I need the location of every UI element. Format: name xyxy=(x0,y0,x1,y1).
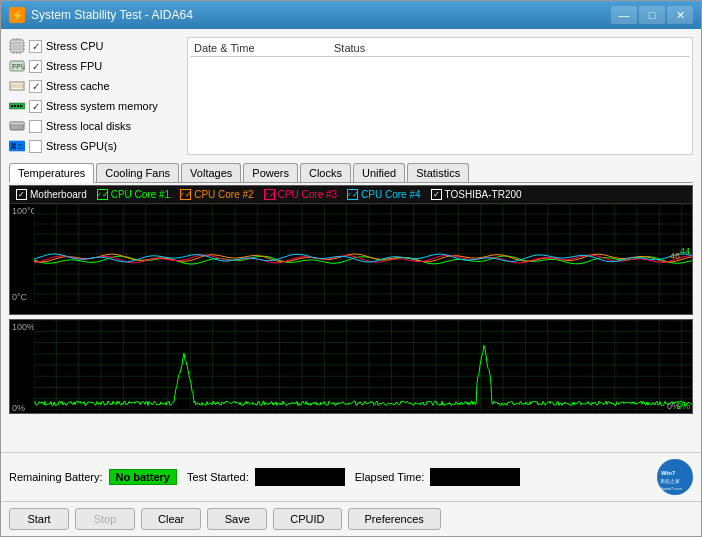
tab-bar: Temperatures Cooling Fans Voltages Power… xyxy=(9,163,693,183)
tab-cooling-fans[interactable]: Cooling Fans xyxy=(96,163,179,182)
tab-powers[interactable]: Powers xyxy=(243,163,298,182)
clear-button[interactable]: Clear xyxy=(141,508,201,530)
memory-icon xyxy=(9,98,25,114)
cpu-checkbox[interactable] xyxy=(29,40,42,53)
tab-clocks[interactable]: Clocks xyxy=(300,163,351,182)
svg-rect-16 xyxy=(10,82,24,90)
fpu-checkbox[interactable] xyxy=(29,60,42,73)
usage-chart: 100% 0% CPU Usage | CPU Throttling 9% 0% xyxy=(9,319,693,414)
svg-rect-28 xyxy=(18,144,23,146)
test-started-value xyxy=(255,468,345,486)
elapsed-time-label: Elapsed Time: xyxy=(355,471,425,483)
tabs-section: Temperatures Cooling Fans Voltages Power… xyxy=(9,163,693,183)
svg-rect-21 xyxy=(14,105,16,107)
stop-button[interactable]: Stop xyxy=(75,508,135,530)
battery-status: Remaining Battery: No battery xyxy=(9,469,177,485)
svg-rect-27 xyxy=(11,143,16,149)
minimize-button[interactable]: — xyxy=(611,6,637,24)
top-content: Stress CPU FPU Stress FPU Stress cache xyxy=(1,29,701,163)
fpu-icon: FPU xyxy=(9,58,25,74)
log-body xyxy=(190,57,690,147)
app-icon: ⚡ xyxy=(9,7,25,23)
cache-checkbox[interactable] xyxy=(29,80,42,93)
svg-text:Winwin7.com: Winwin7.com xyxy=(658,486,682,491)
legend-toshiba[interactable]: TOSHIBA-TR200 xyxy=(431,189,522,200)
cache-label: Stress cache xyxy=(46,80,110,92)
button-bar: Start Stop Clear Save CPUID Preferences xyxy=(1,501,701,536)
svg-rect-20 xyxy=(11,105,13,107)
save-button[interactable]: Save xyxy=(207,508,267,530)
disks-label: Stress local disks xyxy=(46,120,131,132)
svg-text:FPU: FPU xyxy=(12,63,25,70)
cpu-icon xyxy=(9,38,25,54)
svg-rect-25 xyxy=(10,122,24,125)
legend-core3[interactable]: ✓ CPU Core #3 xyxy=(264,189,337,200)
legend-core4[interactable]: ✓ CPU Core #4 xyxy=(347,189,420,200)
disk-icon xyxy=(9,118,25,134)
memory-checkbox[interactable] xyxy=(29,100,42,113)
gpu-label: Stress GPU(s) xyxy=(46,140,117,152)
watermark: Win7 系统之家 Winwin7.com xyxy=(657,459,693,495)
tab-statistics[interactable]: Statistics xyxy=(407,163,469,182)
close-button[interactable]: ✕ xyxy=(667,6,693,24)
checkbox-gpu[interactable]: Stress GPU(s) xyxy=(9,137,179,155)
window-controls: — □ ✕ xyxy=(611,6,693,24)
legend-core1[interactable]: ✓ CPU Core #1 xyxy=(97,189,170,200)
checkbox-fpu[interactable]: FPU Stress FPU xyxy=(9,57,179,75)
gpu-icon xyxy=(9,138,25,154)
legend-motherboard[interactable]: Motherboard xyxy=(16,189,87,200)
temp-legend: Motherboard ✓ CPU Core #1 ✓ CPU Core #2 … xyxy=(10,186,692,204)
start-button[interactable]: Start xyxy=(9,508,69,530)
battery-label: Remaining Battery: xyxy=(9,471,103,483)
temperature-chart: Motherboard ✓ CPU Core #1 ✓ CPU Core #2 … xyxy=(9,185,693,315)
test-started-status: Test Started: xyxy=(187,468,345,486)
main-window: ⚡ System Stability Test - AIDA64 — □ ✕ S… xyxy=(0,0,702,537)
log-panel: Date & Time Status xyxy=(187,37,693,155)
usage-y-max: 100% xyxy=(12,322,35,332)
log-status-header: Status xyxy=(330,40,690,57)
no-battery-badge: No battery xyxy=(109,469,177,485)
checkbox-cache[interactable]: Stress cache xyxy=(9,77,179,95)
maximize-button[interactable]: □ xyxy=(639,6,665,24)
log-date-header: Date & Time xyxy=(190,40,330,57)
svg-rect-29 xyxy=(18,147,23,149)
svg-rect-22 xyxy=(17,105,19,107)
gpu-checkbox[interactable] xyxy=(29,140,42,153)
temp-y-min: 0°C xyxy=(12,292,27,302)
elapsed-time-status: Elapsed Time: xyxy=(355,468,521,486)
legend-core2[interactable]: ✓ CPU Core #2 xyxy=(180,189,253,200)
svg-rect-23 xyxy=(20,105,22,107)
cpuid-button[interactable]: CPUID xyxy=(273,508,341,530)
cache-icon xyxy=(9,78,25,94)
win7-logo: Win7 系统之家 Winwin7.com xyxy=(657,459,693,495)
preferences-button[interactable]: Preferences xyxy=(348,508,441,530)
checkbox-memory[interactable]: Stress system memory xyxy=(9,97,179,115)
elapsed-time-value xyxy=(430,468,520,486)
tab-temperatures[interactable]: Temperatures xyxy=(9,163,94,183)
svg-text:系统之家: 系统之家 xyxy=(660,478,680,484)
fpu-label: Stress FPU xyxy=(46,60,102,72)
tab-unified[interactable]: Unified xyxy=(353,163,405,182)
status-bar: Remaining Battery: No battery Test Start… xyxy=(1,452,701,501)
usage-y-min: 0% xyxy=(12,403,25,413)
svg-text:Win7: Win7 xyxy=(661,470,676,476)
memory-label: Stress system memory xyxy=(46,100,158,112)
svg-rect-1 xyxy=(13,42,21,50)
disks-checkbox[interactable] xyxy=(29,120,42,133)
checkbox-disks[interactable]: Stress local disks xyxy=(9,117,179,135)
cpu-label: Stress CPU xyxy=(46,40,103,52)
window-title: System Stability Test - AIDA64 xyxy=(31,8,193,22)
stress-options-panel: Stress CPU FPU Stress FPU Stress cache xyxy=(9,37,179,155)
title-bar: ⚡ System Stability Test - AIDA64 — □ ✕ xyxy=(1,1,701,29)
test-started-label: Test Started: xyxy=(187,471,249,483)
log-header: Date & Time Status xyxy=(190,40,690,57)
tab-voltages[interactable]: Voltages xyxy=(181,163,241,182)
checkbox-cpu[interactable]: Stress CPU xyxy=(9,37,179,55)
